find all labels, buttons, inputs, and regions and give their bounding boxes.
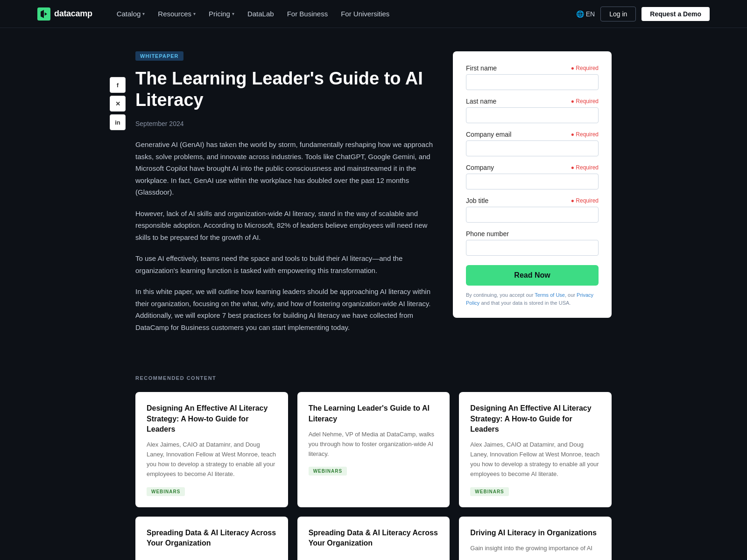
globe-icon: 🌐	[576, 10, 584, 18]
navbar: datacamp Catalog ▾ Resources ▾ Pricing ▾…	[0, 0, 747, 28]
body-paragraph-3: To use AI effectively, teams need the sp…	[135, 252, 434, 276]
card-title: Driving AI Literacy in Organizations	[470, 528, 600, 538]
field-job-title: Job title ● Required	[466, 197, 599, 223]
required-indicator: ● Required	[571, 65, 599, 71]
article-title: The Learning Leader's Guide to AI Litera…	[135, 68, 434, 111]
recommendation-card-5[interactable]: Spreading Data & AI Literacy Across Your…	[297, 517, 450, 560]
card-badge: WEBINARS	[470, 487, 508, 496]
card-title: Spreading Data & AI Literacy Across Your…	[309, 528, 439, 549]
recommendation-card-1[interactable]: Designing An Effective AI Literacy Strat…	[135, 392, 288, 507]
job-title-label: Job title	[466, 197, 488, 204]
recommended-title: RECOMMENDED CONTENT	[135, 375, 612, 381]
body-paragraph-2: However, lack of AI skills and organizat…	[135, 208, 434, 244]
card-desc: Adel Nehme, VP of Media at DataCamp, wal…	[309, 430, 439, 459]
recommendation-card-3[interactable]: Designing An Effective AI Literacy Strat…	[459, 392, 612, 507]
card-badge: WEBINARS	[147, 487, 185, 496]
share-linkedin-button[interactable]: in	[110, 114, 126, 130]
card-desc: Gain insight into the growing importance…	[470, 544, 600, 553]
nav-catalog[interactable]: Catalog ▾	[111, 7, 151, 21]
login-button[interactable]: Log in	[600, 7, 636, 21]
share-facebook-button[interactable]: f	[110, 77, 126, 93]
last-name-input[interactable]	[466, 107, 599, 123]
field-phone-number: Phone number	[466, 230, 599, 256]
company-input[interactable]	[466, 174, 599, 189]
card-title: Designing An Effective AI Literacy Strat…	[147, 403, 277, 434]
nav-right: 🌐 EN Log in Request a Demo	[576, 7, 710, 21]
company-email-input[interactable]	[466, 140, 599, 156]
company-label: Company	[466, 164, 494, 171]
content-grid: f ✕ in WHITEPAPER The Learning Leader's …	[135, 51, 612, 343]
share-bar: f ✕ in	[110, 77, 126, 130]
chevron-down-icon: ▾	[232, 11, 234, 16]
job-title-input[interactable]	[466, 207, 599, 223]
chevron-down-icon: ▾	[142, 11, 145, 16]
demo-button[interactable]: Request a Demo	[641, 7, 710, 21]
recommendation-card-4[interactable]: Spreading Data & AI Literacy Across Your…	[135, 517, 288, 560]
card-title: The Learning Leader's Guide to AI Litera…	[309, 403, 439, 424]
phone-label: Phone number	[466, 230, 509, 238]
language-selector[interactable]: 🌐 EN	[576, 10, 595, 18]
required-indicator: ● Required	[571, 197, 599, 204]
nav-pricing[interactable]: Pricing ▾	[203, 7, 240, 21]
nav-for-business[interactable]: For Business	[282, 7, 334, 21]
main-content: f ✕ in WHITEPAPER The Learning Leader's …	[117, 28, 630, 366]
card-badge: WEBINARS	[309, 467, 347, 476]
field-company-email: Company email ● Required	[466, 131, 599, 156]
field-first-name: First name ● Required	[466, 64, 599, 90]
share-twitter-button[interactable]: ✕	[110, 96, 126, 112]
content-type-badge: WHITEPAPER	[135, 51, 183, 61]
recommendation-card-2[interactable]: The Learning Leader's Guide to AI Litera…	[297, 392, 450, 507]
recommended-section: RECOMMENDED CONTENT Designing An Effecti…	[117, 366, 630, 560]
company-email-label: Company email	[466, 131, 511, 138]
lead-form: First name ● Required Last name ● Requir…	[453, 51, 612, 318]
terms-link[interactable]: Terms of Use	[535, 292, 565, 298]
body-paragraph-1: Generative AI (GenAI) has taken the worl…	[135, 139, 434, 198]
field-last-name: Last name ● Required	[466, 98, 599, 123]
required-indicator: ● Required	[571, 98, 599, 105]
nav-links: Catalog ▾ Resources ▾ Pricing ▾ DataLab …	[111, 7, 576, 21]
logo-text: datacamp	[54, 9, 92, 19]
nav-datalab[interactable]: DataLab	[242, 7, 280, 21]
first-name-input[interactable]	[466, 74, 599, 90]
required-indicator: ● Required	[571, 131, 599, 138]
field-company: Company ● Required	[466, 164, 599, 189]
recommendation-card-6[interactable]: Driving AI Literacy in Organizations Gai…	[459, 517, 612, 560]
form-disclaimer: By continuing, you accept our Terms of U…	[466, 291, 599, 307]
read-now-button[interactable]: Read Now	[466, 265, 599, 286]
body-paragraph-4: In this white paper, we will outline how…	[135, 286, 434, 333]
phone-input[interactable]	[466, 240, 599, 256]
nav-resources[interactable]: Resources ▾	[152, 7, 201, 21]
last-name-label: Last name	[466, 98, 496, 105]
article-date: September 2024	[135, 120, 434, 127]
logo[interactable]: datacamp	[37, 7, 92, 21]
required-indicator: ● Required	[571, 164, 599, 171]
card-desc: Alex Jaimes, CAIO at Dataminr, and Doug …	[147, 440, 277, 479]
first-name-label: First name	[466, 64, 497, 72]
card-title: Designing An Effective AI Literacy Strat…	[470, 403, 600, 434]
chevron-down-icon: ▾	[193, 11, 196, 16]
cards-grid: Designing An Effective AI Literacy Strat…	[135, 392, 612, 560]
article-left: f ✕ in WHITEPAPER The Learning Leader's …	[135, 51, 434, 343]
card-title: Spreading Data & AI Literacy Across Your…	[147, 528, 277, 549]
nav-for-universities[interactable]: For Universities	[335, 7, 395, 21]
card-desc: Alex Jaimes, CAIO at Dataminr, and Doug …	[470, 440, 600, 479]
